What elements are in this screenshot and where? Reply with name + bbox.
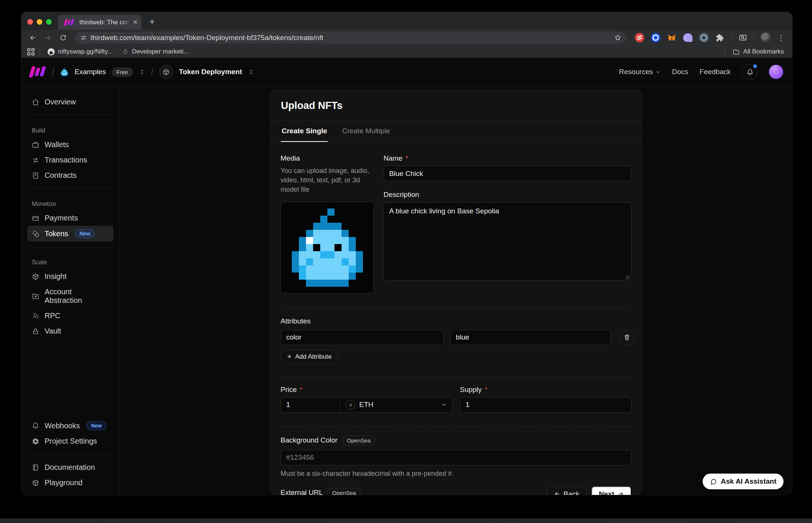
attribute-value-input[interactable]	[450, 330, 611, 345]
background-color-input[interactable]	[281, 450, 631, 465]
extensions-puzzle-icon[interactable]	[715, 33, 725, 43]
resources-menu[interactable]: Resources	[619, 68, 661, 76]
sidebar-item-account-abstraction[interactable]: Account Abstraction	[27, 284, 113, 308]
sidebar-section-monetize: Monetize	[32, 201, 109, 207]
sidebar-item-transactions[interactable]: Transactions	[27, 152, 113, 168]
sidebar-item-vault[interactable]: Vault	[27, 323, 113, 339]
bookmarks-divider	[40, 48, 40, 55]
back-button[interactable]: Back	[547, 486, 587, 495]
all-bookmarks-button[interactable]: All Bookmarks	[730, 47, 786, 57]
browser-tab[interactable]: thirdweb: The complete web3 ✕	[58, 15, 142, 30]
docs-link[interactable]: Docs	[672, 68, 688, 76]
extension-coinbase-icon[interactable]	[651, 33, 660, 43]
extension-red-icon[interactable]	[634, 33, 644, 43]
bookmark-star-icon[interactable]	[614, 34, 621, 41]
browser-profile-avatar[interactable]	[761, 33, 771, 43]
sidebar-item-contracts[interactable]: Contracts	[27, 168, 113, 183]
arrow-right-icon	[618, 491, 624, 495]
tab-close-icon[interactable]: ✕	[133, 19, 138, 26]
required-asterisk: *	[406, 154, 408, 162]
plus-icon	[287, 354, 292, 359]
bookmark-item-niftyswap[interactable]: niftyswap.gg/Nifty...	[45, 47, 115, 57]
resize-grip[interactable]	[625, 275, 630, 279]
thirdweb-logo[interactable]	[29, 66, 46, 77]
price-input[interactable]	[281, 398, 340, 412]
delete-attribute-button[interactable]	[619, 330, 634, 345]
chevron-down-icon	[655, 69, 661, 75]
attribute-key-input[interactable]	[281, 330, 444, 345]
sidebar-item-webhooks[interactable]: Webhooks New	[27, 418, 113, 434]
breadcrumb-team[interactable]: Examples	[75, 68, 106, 76]
sidebar-divider	[28, 454, 113, 454]
required-asterisk: *	[485, 386, 487, 394]
extension-grey-icon[interactable]	[699, 33, 709, 43]
window-close-button[interactable]	[27, 19, 33, 25]
notifications-button[interactable]	[742, 64, 758, 80]
home-icon	[32, 98, 39, 106]
apps-grid-icon[interactable]	[27, 48, 34, 55]
media-preview[interactable]	[281, 202, 374, 294]
window-minimize-button[interactable]	[37, 19, 42, 25]
sidebar-item-rpc[interactable]: RPC	[27, 308, 113, 323]
desktop-edge	[0, 519, 812, 523]
opensea-badge: OpenSea	[327, 488, 361, 495]
reload-button[interactable]	[57, 31, 69, 44]
extension-icons: ⋮	[632, 33, 787, 43]
currency-select[interactable]: ETH	[340, 398, 452, 412]
sidebar-item-tokens[interactable]: Tokens New	[27, 226, 113, 241]
cube-icon	[163, 69, 170, 76]
supply-input[interactable]	[460, 397, 631, 413]
bookmarks-bar: niftyswap.gg/Nifty... Developer marketi.…	[21, 46, 792, 58]
tab-create-single[interactable]: Create Single	[281, 121, 328, 142]
sidebar-divider	[28, 247, 113, 247]
toolbar-divider	[754, 34, 754, 42]
next-button[interactable]: Next	[591, 486, 631, 495]
name-input[interactable]	[384, 166, 631, 181]
tab-create-multiple[interactable]: Create Multiple	[341, 121, 391, 142]
create-tabs: Create Single Create Multiple	[270, 121, 642, 142]
sidebar-item-project-settings[interactable]: Project Settings	[27, 434, 113, 449]
team-switcher-icon[interactable]	[139, 69, 145, 75]
bell-icon	[746, 69, 754, 76]
ask-ai-assistant-button[interactable]: Ask AI Assistant	[703, 474, 784, 489]
window-zoom-button[interactable]	[46, 19, 52, 25]
gear-icon	[32, 438, 39, 445]
site-settings-icon[interactable]	[80, 34, 87, 41]
nft-pixel-art-image	[285, 209, 370, 287]
description-textarea[interactable]: A blue chick living on Base Sepolia	[384, 202, 631, 280]
sidebar-item-payments[interactable]: Payments	[27, 210, 113, 226]
add-attribute-button[interactable]: Add Attribute	[281, 350, 337, 364]
bookmark-item-developer-marketing[interactable]: Developer marketi...	[120, 47, 191, 57]
sidebar-item-playground[interactable]: Playground	[27, 475, 113, 490]
sidebar-item-insight[interactable]: Insight	[27, 269, 113, 284]
sidebar-item-wallets[interactable]: Wallets	[27, 137, 113, 152]
forward-button[interactable]	[42, 31, 54, 44]
droplet-icon	[122, 48, 128, 55]
sidebar-item-documentation[interactable]: Documentation	[27, 460, 113, 475]
chrome-menu-icon[interactable]: ⋮	[777, 34, 785, 42]
background-color-help: Must be a six-character hexadecimal with…	[281, 469, 631, 478]
user-avatar[interactable]	[769, 65, 783, 79]
required-asterisk: *	[300, 386, 302, 394]
media-name-section: Media You can upload image, audio, video…	[281, 142, 631, 308]
bookmarks-divider	[725, 48, 725, 55]
back-button[interactable]	[27, 31, 39, 44]
address-bar[interactable]: thirdweb.com/team/examples/Token-Deploym…	[75, 32, 626, 44]
new-tab-button[interactable]: +	[147, 16, 157, 27]
attributes-label: Attributes	[281, 317, 631, 325]
feedback-link[interactable]: Feedback	[700, 68, 731, 76]
breadcrumb-project[interactable]: Token Deployment	[179, 68, 242, 76]
github-icon	[48, 48, 55, 55]
extension-metamask-icon[interactable]	[667, 33, 676, 43]
thirdweb-app: / Examples Free / Token Deployment Reso	[21, 58, 792, 495]
browser-window: thirdweb: The complete web3 ✕ + thirdweb…	[21, 12, 792, 495]
toolbar-divider	[731, 34, 731, 42]
sidebar-item-overview[interactable]: Overview	[27, 94, 113, 110]
plan-badge: Free	[112, 67, 133, 77]
sidebar-divider	[28, 188, 113, 189]
eth-icon	[346, 400, 355, 410]
tab-search-icon[interactable]	[738, 33, 748, 43]
breadcrumb-separator: /	[151, 66, 154, 78]
extension-phantom-icon[interactable]	[683, 33, 693, 43]
project-switcher-icon[interactable]	[248, 69, 254, 75]
